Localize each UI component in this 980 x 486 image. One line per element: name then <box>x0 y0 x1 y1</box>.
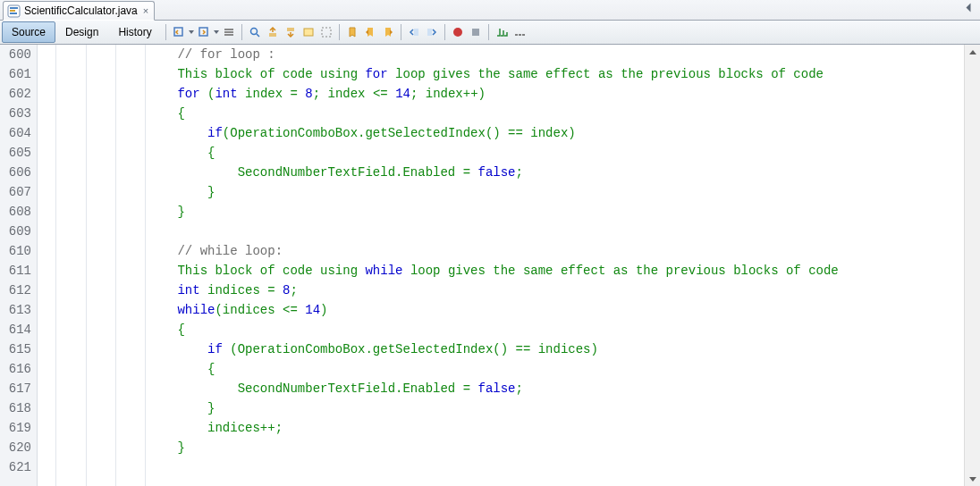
code-line <box>57 222 964 241</box>
forward-edit-icon[interactable] <box>196 24 212 40</box>
svg-rect-16 <box>515 34 518 36</box>
find-selection-icon[interactable] <box>247 24 263 40</box>
svg-point-14 <box>453 28 462 37</box>
shift-left-icon[interactable] <box>406 24 422 40</box>
svg-rect-1 <box>10 7 18 9</box>
code-line: for (int index = 8; index <= 14; index++… <box>57 84 964 104</box>
forward-edit-drop-icon[interactable] <box>213 24 220 40</box>
line-number: 603 <box>0 104 31 123</box>
svg-rect-12 <box>414 29 418 36</box>
toolbar-separator <box>444 24 445 40</box>
line-number: 607 <box>0 182 31 202</box>
java-file-icon <box>7 4 21 18</box>
svg-rect-17 <box>519 34 521 36</box>
toolbar-separator <box>241 24 242 40</box>
svg-rect-10 <box>304 29 313 36</box>
last-edit-icon[interactable] <box>171 24 187 40</box>
svg-rect-5 <box>224 31 233 33</box>
code-line: This block of code using while loop give… <box>57 261 964 281</box>
toggle-rect-icon[interactable] <box>318 24 334 40</box>
svg-rect-3 <box>10 13 17 14</box>
line-number: 618 <box>0 398 31 418</box>
line-number: 619 <box>0 418 31 438</box>
line-number: 606 <box>0 163 31 182</box>
toggle-bookmark-icon[interactable] <box>344 24 360 40</box>
code-content: // for loop : This block of code using f… <box>50 45 964 477</box>
file-tab-strip: ScientificCalculator.java × <box>0 0 980 21</box>
find-prev-icon[interactable] <box>265 24 281 40</box>
svg-rect-4 <box>224 29 233 30</box>
line-number: 615 <box>0 339 31 359</box>
code-line: if(OperationComboBox.getSelectedIndex() … <box>57 123 964 143</box>
toolbar-separator <box>165 24 166 40</box>
svg-point-7 <box>250 29 257 35</box>
line-number-gutter: 6006016026036046056066076086096106116126… <box>0 45 38 486</box>
code-line: SecondNumberTextField.Enabled = false; <box>57 163 964 182</box>
svg-rect-9 <box>287 28 294 31</box>
toolbar-separator <box>488 24 489 40</box>
prev-bookmark-icon[interactable] <box>362 24 378 40</box>
code-line: { <box>57 143 964 163</box>
line-number: 610 <box>0 241 31 261</box>
line-number: 608 <box>0 202 31 222</box>
code-line: int indices = 8; <box>57 281 964 300</box>
svg-rect-6 <box>224 34 233 36</box>
line-number: 617 <box>0 379 31 398</box>
code-area[interactable]: // for loop : This block of code using f… <box>50 45 964 486</box>
code-line: } <box>57 202 964 222</box>
scroll-up-icon[interactable] <box>965 45 980 60</box>
code-line: This block of code using for loop gives … <box>57 64 964 84</box>
code-line: // while loop: <box>57 241 964 261</box>
code-line: } <box>57 182 964 202</box>
code-line <box>57 457 964 477</box>
file-tab-label: ScientificCalculator.java <box>24 4 138 17</box>
svg-rect-8 <box>269 33 276 37</box>
line-number: 621 <box>0 457 31 477</box>
line-number: 613 <box>0 300 31 320</box>
line-number: 616 <box>0 359 31 379</box>
code-line: while(indices <= 14) <box>57 300 964 320</box>
comment-icon[interactable] <box>494 24 510 40</box>
svg-rect-11 <box>322 28 331 37</box>
line-number: 601 <box>0 64 31 84</box>
tab-history[interactable]: History <box>108 21 161 43</box>
editor-toolbar: Source Design History <box>0 21 980 45</box>
svg-rect-2 <box>10 10 15 12</box>
stop-macro-icon[interactable] <box>468 24 484 40</box>
line-number: 609 <box>0 222 31 241</box>
start-macro-icon[interactable] <box>450 24 466 40</box>
next-bookmark-icon[interactable] <box>380 24 396 40</box>
vertical-scrollbar[interactable] <box>964 45 980 486</box>
shift-right-icon[interactable] <box>424 24 440 40</box>
tab-source[interactable]: Source <box>2 21 55 43</box>
menu-drop-icon[interactable] <box>221 24 237 40</box>
toolbar-separator <box>339 24 340 40</box>
line-number: 604 <box>0 123 31 143</box>
find-next-icon[interactable] <box>283 24 299 40</box>
code-line: } <box>57 438 964 457</box>
line-number: 600 <box>0 45 31 64</box>
code-line: } <box>57 398 964 418</box>
scroll-down-icon[interactable] <box>965 472 980 486</box>
uncomment-icon[interactable] <box>511 24 528 40</box>
code-line: { <box>57 104 964 123</box>
close-tab-icon[interactable]: × <box>143 5 148 16</box>
code-line: { <box>57 359 964 379</box>
code-line: indices++; <box>57 418 964 438</box>
file-tab[interactable]: ScientificCalculator.java × <box>3 1 155 21</box>
last-edit-drop-icon[interactable] <box>188 24 195 40</box>
svg-rect-18 <box>522 34 525 36</box>
svg-rect-15 <box>472 29 479 36</box>
toggle-highlight-icon[interactable] <box>300 24 317 40</box>
code-line: { <box>57 320 964 339</box>
line-number: 605 <box>0 143 31 163</box>
line-number: 611 <box>0 261 31 281</box>
line-number: 614 <box>0 320 31 339</box>
code-line: // for loop : <box>57 45 964 64</box>
line-number: 602 <box>0 84 31 104</box>
toolbar-separator <box>401 24 401 40</box>
tab-design[interactable]: Design <box>55 21 108 43</box>
code-editor[interactable]: 6006016026036046056066076086096106116126… <box>0 45 980 486</box>
svg-rect-13 <box>427 29 432 36</box>
code-line: if (OperationComboBox.getSelectedIndex()… <box>57 339 964 359</box>
